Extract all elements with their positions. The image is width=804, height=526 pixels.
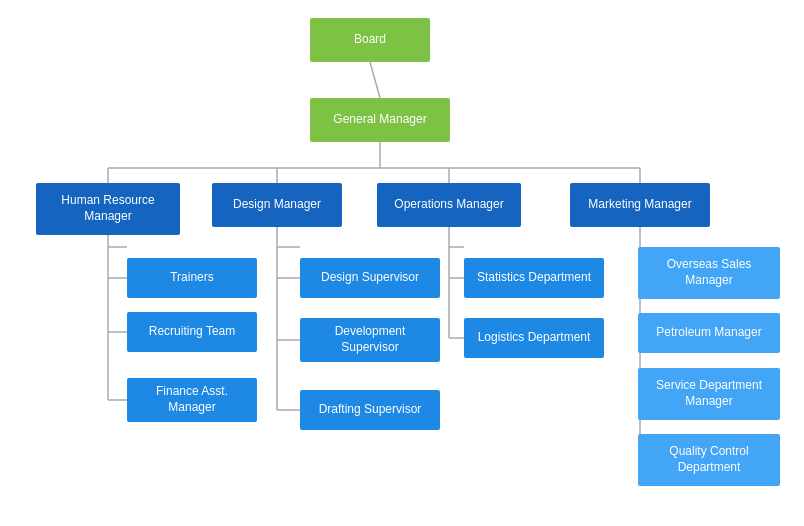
- dev-supervisor-label: Development Supervisor: [306, 324, 434, 355]
- drafting-supervisor-label: Drafting Supervisor: [319, 402, 422, 418]
- dev-supervisor-node: Development Supervisor: [300, 318, 440, 362]
- finance-asst-label: Finance Asst. Manager: [133, 384, 251, 415]
- recruiting-team-node: Recruiting Team: [127, 312, 257, 352]
- design-supervisor-node: Design Supervisor: [300, 258, 440, 298]
- hr-manager-label: Human Resource Manager: [42, 193, 174, 224]
- drafting-supervisor-node: Drafting Supervisor: [300, 390, 440, 430]
- board-label: Board: [354, 32, 386, 48]
- overseas-sales-node: Overseas Sales Manager: [638, 247, 780, 299]
- statistics-dept-label: Statistics Department: [477, 270, 591, 286]
- service-dept-mgr-node: Service Department Manager: [638, 368, 780, 420]
- service-dept-mgr-label: Service Department Manager: [644, 378, 774, 409]
- design-supervisor-label: Design Supervisor: [321, 270, 419, 286]
- petroleum-mgr-node: Petroleum Manager: [638, 313, 780, 353]
- trainers-label: Trainers: [170, 270, 214, 286]
- design-manager-node: Design Manager: [212, 183, 342, 227]
- trainers-node: Trainers: [127, 258, 257, 298]
- general-manager-node: General Manager: [310, 98, 450, 142]
- overseas-sales-label: Overseas Sales Manager: [644, 257, 774, 288]
- petroleum-mgr-label: Petroleum Manager: [656, 325, 761, 341]
- recruiting-team-label: Recruiting Team: [149, 324, 235, 340]
- quality-control-label: Quality Control Department: [644, 444, 774, 475]
- marketing-manager-label: Marketing Manager: [588, 197, 691, 213]
- statistics-dept-node: Statistics Department: [464, 258, 604, 298]
- ops-manager-label: Operations Manager: [394, 197, 503, 213]
- org-chart: Board General Manager Human Resource Man…: [0, 0, 804, 526]
- finance-asst-node: Finance Asst. Manager: [127, 378, 257, 422]
- board-node: Board: [310, 18, 430, 62]
- svg-line-0: [370, 62, 380, 98]
- logistics-dept-node: Logistics Department: [464, 318, 604, 358]
- design-manager-label: Design Manager: [233, 197, 321, 213]
- marketing-manager-node: Marketing Manager: [570, 183, 710, 227]
- general-manager-label: General Manager: [333, 112, 426, 128]
- ops-manager-node: Operations Manager: [377, 183, 521, 227]
- logistics-dept-label: Logistics Department: [478, 330, 591, 346]
- quality-control-node: Quality Control Department: [638, 434, 780, 486]
- hr-manager-node: Human Resource Manager: [36, 183, 180, 235]
